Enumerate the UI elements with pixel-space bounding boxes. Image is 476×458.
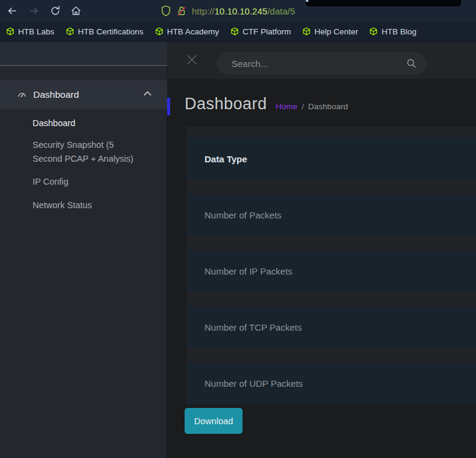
table-row-ip-packets: Number of IP Packets (186, 250, 476, 292)
sidebar-brand-area (0, 42, 167, 66)
sidebar-item-network-status[interactable]: Network Status (33, 199, 144, 212)
sidebar-item-ip-config[interactable]: IP Config (33, 175, 144, 189)
bookmark-label: HTB Certifications (78, 27, 144, 36)
download-button[interactable]: Download (185, 408, 243, 434)
bookmark-ctf-platform[interactable]: CTF Platform (230, 27, 291, 36)
htb-cube-icon (369, 27, 378, 36)
htb-cube-icon (155, 27, 163, 36)
bookmark-label: HTB Blog (381, 27, 416, 36)
home-icon[interactable] (70, 5, 82, 17)
search-input[interactable] (217, 52, 427, 74)
reload-icon[interactable] (49, 5, 62, 17)
shield-icon[interactable] (160, 5, 171, 17)
bookmark-label: Help Center (314, 27, 358, 36)
table-row-udp-packets: Number of UDP Packets (186, 362, 476, 404)
sidebar-parent-label: Dashboard (33, 89, 79, 100)
sidebar: Dashboard Dashboard Security Snapshot (5… (0, 42, 167, 458)
sidebar-item-dashboard-parent[interactable]: Dashboard (0, 80, 167, 109)
htb-cube-icon (6, 27, 14, 36)
overlay-favicon-fragment (306, 0, 308, 2)
url-bar[interactable]: http://10.10.10.245/data/5 (160, 4, 295, 18)
url-host: 10.10.10.245 (215, 6, 268, 16)
table-row-packets: Number of Packets (186, 194, 476, 236)
bookmark-htb-blog[interactable]: HTB Blog (369, 27, 416, 36)
breadcrumb-home-link[interactable]: Home (276, 102, 297, 111)
broken-lock-icon[interactable] (176, 5, 187, 17)
url-path: /data/5 (267, 6, 295, 16)
url-text: http://10.10.10.245/data/5 (192, 6, 295, 16)
htb-cube-icon (230, 27, 239, 36)
data-table: Data Type Number of Packets Number of IP… (186, 127, 476, 404)
bookmark-label: HTB Academy (167, 27, 219, 36)
breadcrumb-current: Dashboard (308, 102, 348, 111)
page-title: Dashboard (185, 95, 267, 113)
bookmark-help-center[interactable]: Help Center (302, 27, 358, 36)
main-content: Dashboard Home / Dashboard Data Type Num… (167, 42, 476, 458)
sidebar-item-security-snapshot[interactable]: Security Snapshot (5 Second PCAP + Analy… (33, 138, 144, 166)
back-arrow-icon[interactable] (6, 5, 18, 17)
table-row-tcp-packets: Number of TCP Packets (186, 306, 476, 348)
gauge-icon (17, 90, 27, 100)
htb-cube-icon (302, 27, 311, 36)
forward-arrow-icon[interactable] (28, 5, 40, 17)
sidebar-item-dashboard[interactable]: Dashboard (33, 116, 144, 130)
breadcrumb: Home / Dashboard (276, 102, 348, 111)
page-header (167, 42, 476, 79)
chevron-up-icon[interactable] (143, 91, 152, 97)
bookmarks-bar: HTB Labs HTB Certifications HTB Academy … (0, 22, 476, 42)
search-icon[interactable] (406, 58, 417, 69)
table-header-row: Data Type (186, 138, 476, 180)
bookmark-htb-labs[interactable]: HTB Labs (6, 27, 54, 36)
title-accent-bar (167, 98, 170, 115)
htb-cube-icon (66, 27, 74, 36)
overlay-popup (305, 0, 462, 7)
breadcrumb-separator: / (302, 102, 304, 111)
close-icon[interactable] (185, 53, 198, 66)
bookmark-label: CTF Platform (243, 27, 291, 36)
bookmark-htb-academy[interactable]: HTB Academy (155, 27, 219, 36)
bookmark-htb-certifications[interactable]: HTB Certifications (66, 27, 144, 36)
url-scheme: http:// (192, 6, 215, 16)
bookmark-label: HTB Labs (18, 27, 54, 36)
